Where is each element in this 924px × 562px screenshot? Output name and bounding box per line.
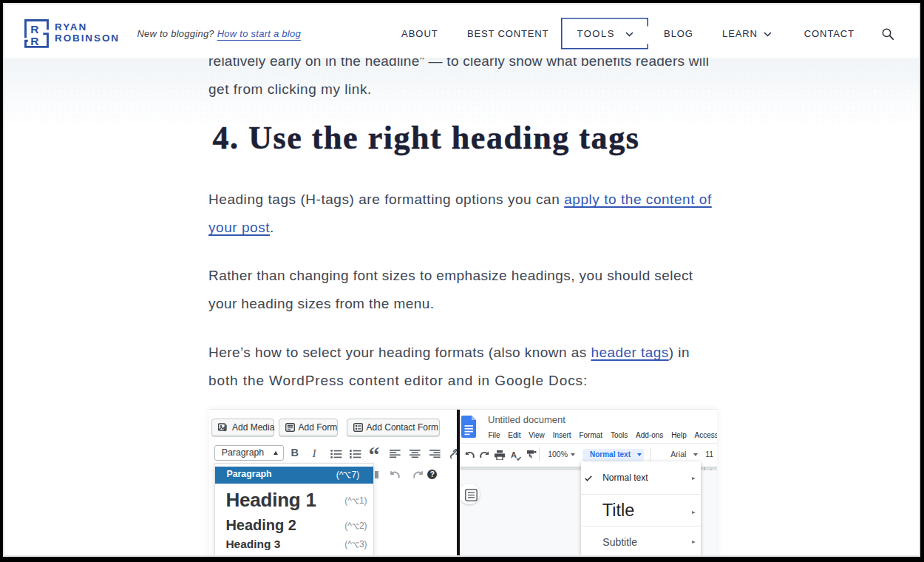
svg-text:R: R	[30, 35, 38, 47]
svg-text:A: A	[511, 450, 517, 459]
svg-text:R: R	[30, 23, 38, 35]
